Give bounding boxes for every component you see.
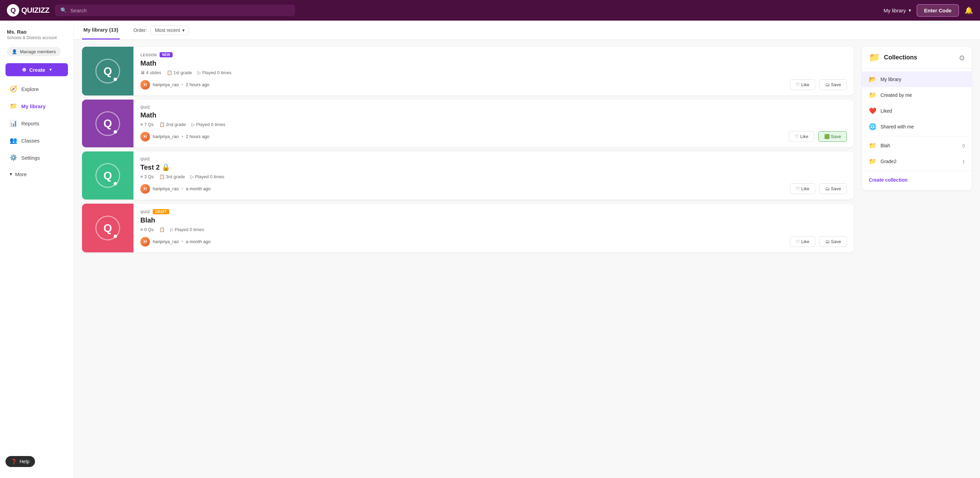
grade-meta: 📋 1st grade [167,70,192,75]
collection-item-shared[interactable]: 🌐 Shared with me [862,119,972,135]
card-footer: H haripriya_rao • a month ago ♡ Like 🗂 S… [140,183,847,194]
sidebar-item-classes[interactable]: 👥 Classes [3,132,71,148]
divider [862,136,972,136]
author-dot: • [181,239,183,244]
sidebar-item-my-library[interactable]: 📁 My library [3,98,71,114]
top-navigation: Q QUIZIZZ 🔍 Search My library ▾ Enter Co… [0,0,980,21]
card-meta: ≡ 7 Qs 📋 2nd grade ▷ Played 0 times [140,122,847,127]
main-layout: Ms. Rao Schools & Districts account 👤 Ma… [0,21,980,478]
sidebar-item-explore[interactable]: 🧭 Explore [3,81,71,97]
collections-folder-icon: 📁 [869,52,880,63]
collection-name: Shared with me [880,124,965,129]
collection-item-blah[interactable]: 📁 Blah 0 [862,138,972,153]
card-body: QUIZ Test 2 🔒 ≡ 3 Qs 📋 3rd grade ▷ Playe… [134,151,854,199]
search-bar[interactable]: 🔍 Search [55,5,295,16]
card-thumbnail: Q [82,151,134,199]
options-icon[interactable]: ⊙ [959,54,965,62]
card-type-row: QUIZ DRAFT [140,209,847,214]
help-button[interactable]: ❓ Help [5,456,35,467]
create-button[interactable]: ⊕ Create ▾ [5,63,68,76]
collection-item-liked[interactable]: ❤️ Liked [862,103,972,119]
search-icon: 🔍 [60,7,67,13]
sidebar-more[interactable]: ▾ More [3,167,71,181]
author-name: haripriya_rao [153,134,179,139]
collection-item-my-library[interactable]: 📂 My library [862,72,972,87]
order-value: Most recent [155,27,180,33]
save-button[interactable]: 🗂 Save [819,236,847,247]
cards-list: Q LESSON NEW Math 🖥 4 slides 📋 1st grade… [82,47,854,252]
like-button[interactable]: ♡ Like [790,183,815,194]
my-library-tab[interactable]: My library (13) [82,21,120,40]
enter-code-button[interactable]: Enter Code [916,4,959,17]
create-label: Create [29,67,45,73]
sidebar-item-settings[interactable]: ⚙️ Settings [3,150,71,166]
card-thumbnail: Q [82,47,134,96]
card-author: H haripriya_rao • 2 hours ago [140,132,209,142]
chevron-down-icon: ▾ [49,67,51,72]
quizizz-logo-thumb: Q [95,59,120,83]
like-button[interactable]: ♡ Like [790,79,815,90]
notification-bell-icon[interactable]: 🔔 [964,6,973,14]
collection-item-created-by-me[interactable]: 📁 Created by me [862,87,972,103]
logo[interactable]: Q QUIZIZZ [7,4,49,16]
card-actions: ♡ Like 🗂 Save [790,183,847,194]
new-badge: NEW [159,52,172,57]
played-meta: ▷ Played 0 times [198,70,232,75]
chevron-down-icon: ▾ [908,8,911,13]
folder-icon: 📁 [869,142,877,149]
author-dot: • [181,186,183,191]
quiz-card: Q LESSON NEW Math 🖥 4 slides 📋 1st grade… [82,47,854,96]
quizizz-logo-thumb: Q [95,216,120,241]
user-info: Ms. Rao Schools & Districts account [0,26,73,44]
chevron-down-icon: ▾ [182,27,185,33]
card-meta: 🖥 4 slides 📋 1st grade ▷ Played 0 times [140,70,847,75]
save-button[interactable]: 🟩 Save [818,131,847,142]
author-dot: • [181,134,183,139]
avatar: H [140,132,150,142]
collections-title-label: Collections [884,54,917,61]
played-meta: ▷ Played 0 times [191,174,224,179]
time-ago: a month ago [186,239,210,244]
grade-meta: 📋 3rd grade [159,174,185,179]
order-dropdown[interactable]: Most recent ▾ [150,25,189,35]
card-meta: ≡ 0 Qs 📋 ▷ Played 0 times [140,227,847,232]
settings-icon: ⚙️ [10,154,17,161]
cards-area: Q LESSON NEW Math 🖥 4 slides 📋 1st grade… [74,40,980,259]
time-ago: 2 hours ago [186,82,209,87]
heart-icon: ❤️ [869,107,877,115]
like-button[interactable]: ♡ Like [790,236,815,247]
plus-icon: ⊕ [22,67,26,73]
save-button[interactable]: 🗂 Save [819,79,847,90]
card-author: H haripriya_rao • 2 hours ago [140,80,209,90]
quiz-card: Q QUIZ Math ≡ 7 Qs 📋 2nd grade ▷ Played … [82,100,854,147]
reports-label: Reports [21,121,40,126]
save-button[interactable]: 🗂 Save [819,183,847,194]
collections-header: 📁 Collections ⊙ [862,47,972,69]
my-library-label: My library [884,8,906,13]
collection-name: Created by me [880,92,965,98]
globe-icon: 🌐 [869,123,877,131]
collection-item-grade2[interactable]: 📁 Grade2 1 [862,153,972,169]
card-type-row: QUIZ [140,105,847,109]
tab-label: My library (13) [83,27,118,33]
manage-members-button[interactable]: 👤 Manage members [7,47,61,56]
sidebar-item-reports[interactable]: 📊 Reports [3,115,71,131]
author-name: haripriya_rao [153,239,179,244]
questions-meta: ≡ 3 Qs [140,174,154,179]
collections-body: 📂 My library 📁 Created by me ❤️ Liked 🌐 … [862,69,972,190]
card-author: H haripriya_rao • a month ago [140,184,211,194]
card-body: LESSON NEW Math 🖥 4 slides 📋 1st grade ▷… [134,47,854,96]
time-ago: a month ago [186,186,210,191]
user-name: Ms. Rao [7,29,67,35]
collections-panel: 📁 Collections ⊙ 📂 My library 📁 Created b… [862,47,972,190]
quiz-card: Q QUIZ Test 2 🔒 ≡ 3 Qs 📋 3rd grade ▷ Pla… [82,151,854,199]
card-title: Math [140,111,847,119]
avatar: H [140,237,150,247]
user-subtitle: Schools & Districts account [7,35,67,40]
sidebar: Ms. Rao Schools & Districts account 👤 Ma… [0,21,74,478]
create-collection-link[interactable]: Create collection [862,172,972,188]
my-library-dropdown[interactable]: My library ▾ [884,8,911,13]
card-type-row: QUIZ [140,157,847,161]
like-button[interactable]: ♡ Like [789,131,814,142]
library-icon: 📁 [10,102,17,110]
